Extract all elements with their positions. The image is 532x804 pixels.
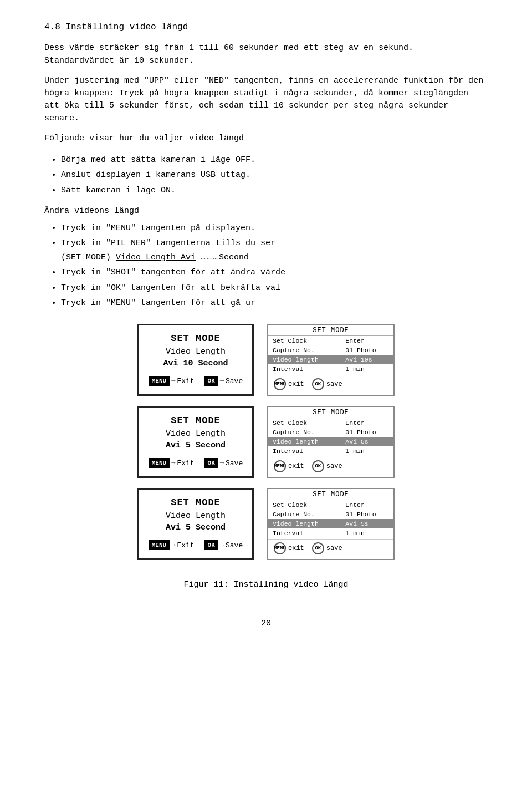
disp-screen-2: SET MODE Set Clock Enter Capture No. 01 …: [267, 406, 395, 478]
disp-table-3: Set Clock Enter Capture No. 01 Photo Vid…: [268, 500, 393, 538]
figure-row-1: SET MODE Video Length Avi 10 Second MENU…: [137, 324, 395, 396]
disp-buttons-3: MENU exit OK save: [268, 539, 393, 557]
paragraph-3: Följande visar hur du väljer video längd: [44, 133, 488, 145]
table-row-highlighted: Video length Avi 10s: [268, 355, 393, 364]
disp-buttons-2: MENU exit OK save: [268, 457, 393, 475]
table-row-highlighted: Video length Avi 5s: [268, 519, 393, 528]
disp-menu-circle-1: MENU: [274, 378, 286, 390]
step-4: Tryck in "MENU" tangenten på displayen.: [61, 221, 488, 236]
cam-subtitle-1: Video Length: [166, 347, 226, 357]
disp-ok-circle-2: OK: [312, 460, 324, 472]
cam-ok-btn-2: OK → Save: [204, 458, 243, 468]
cam-menu-box-1: MENU: [149, 376, 170, 386]
page-title: 4.8 Inställning video längd: [44, 22, 488, 32]
cam-title-2: SET MODE: [171, 415, 221, 426]
figures-container: SET MODE Video Length Avi 10 Second MENU…: [44, 324, 488, 603]
figure-row-2: SET MODE Video Length Avi 5 Second MENU …: [137, 406, 395, 478]
step-2: Anslut displayen i kamerans USB uttag.: [61, 168, 488, 182]
step-1: Börja med att sätta kameran i läge OFF.: [61, 153, 488, 167]
cam-screen-1: SET MODE Video Length Avi 10 Second MENU…: [137, 324, 254, 396]
step-3: Sätt kameran i läge ON.: [61, 184, 488, 198]
table-row: Interval 1 min: [268, 528, 393, 538]
disp-menu-circle-2: MENU: [274, 460, 286, 472]
step-7: Tryck in "OK" tangenten för att bekräfta…: [61, 281, 488, 296]
table-row: Interval 1 min: [268, 446, 393, 456]
disp-buttons-1: MENU exit OK save: [268, 375, 393, 393]
table-row: Capture No. 01 Photo: [268, 345, 393, 355]
disp-screen-1: SET MODE Set Clock Enter Capture No. 01 …: [267, 324, 395, 396]
step-8: Tryck in "MENU" tangenten för att gå ur: [61, 296, 488, 311]
figure-row-3: SET MODE Video Length Avi 5 Second MENU …: [137, 488, 395, 560]
cam-value-2: Avi 5 Second: [166, 441, 226, 450]
disp-title-1: SET MODE: [268, 325, 393, 336]
cam-ok-btn-1: OK → Save: [204, 376, 243, 386]
cam-value-1: Avi 10 Second: [163, 359, 228, 368]
disp-ok-circle-1: OK: [312, 378, 324, 390]
cam-menu-btn-3: MENU → Exit: [149, 540, 195, 550]
figure-caption: Figur 11: Inställning video längd: [183, 579, 348, 592]
change-title: Ändra videons längd: [44, 205, 488, 218]
disp-menu-circle-3: MENU: [274, 542, 286, 554]
cam-buttons-1: MENU → Exit OK → Save: [149, 376, 243, 386]
cam-subtitle-2: Video Length: [166, 429, 226, 439]
disp-ok-circle-3: OK: [312, 542, 324, 554]
paragraph-1: Dess värde sträcker sig från 1 till 60 s…: [44, 42, 488, 67]
disp-table-1: Set Clock Enter Capture No. 01 Photo Vid…: [268, 336, 393, 374]
steps-list-2: Tryck in "MENU" tangenten på displayen. …: [61, 221, 488, 311]
cam-screen-2: SET MODE Video Length Avi 5 Second MENU …: [137, 406, 254, 478]
table-row: Capture No. 01 Photo: [268, 510, 393, 519]
table-row-highlighted: Video length Avi 5s: [268, 437, 393, 446]
disp-screen-3: SET MODE Set Clock Enter Capture No. 01 …: [267, 488, 395, 560]
table-row: Capture No. 01 Photo: [268, 428, 393, 437]
cam-title-1: SET MODE: [171, 333, 221, 344]
page-number: 20: [44, 619, 488, 628]
cam-title-3: SET MODE: [171, 497, 221, 508]
step-5: Tryck in "PIL NER" tangenterna tills du …: [61, 236, 488, 264]
cam-menu-btn-2: MENU → Exit: [149, 458, 195, 468]
steps-list-1: Börja med att sätta kameran i läge OFF. …: [61, 153, 488, 198]
cam-value-3: Avi 5 Second: [166, 523, 226, 532]
cam-menu-btn-1: MENU → Exit: [149, 376, 195, 386]
table-row: Set Clock Enter: [268, 418, 393, 428]
cam-ok-btn-3: OK → Save: [204, 540, 243, 550]
disp-table-2: Set Clock Enter Capture No. 01 Photo Vid…: [268, 418, 393, 456]
cam-buttons-2: MENU → Exit OK → Save: [149, 458, 243, 468]
disp-title-2: SET MODE: [268, 407, 393, 418]
cam-subtitle-3: Video Length: [166, 511, 226, 521]
cam-ok-box-1: OK: [204, 376, 218, 386]
table-row: Set Clock Enter: [268, 336, 393, 345]
step-6: Tryck in "SHOT" tangenten för att ändra …: [61, 266, 488, 280]
cam-screen-3: SET MODE Video Length Avi 5 Second MENU …: [137, 488, 254, 560]
table-row: Set Clock Enter: [268, 500, 393, 510]
cam-buttons-3: MENU → Exit OK → Save: [149, 540, 243, 550]
disp-title-3: SET MODE: [268, 489, 393, 500]
table-row: Interval 1 min: [268, 364, 393, 374]
paragraph-2: Under justering med "UPP" eller "NED" ta…: [44, 75, 488, 125]
